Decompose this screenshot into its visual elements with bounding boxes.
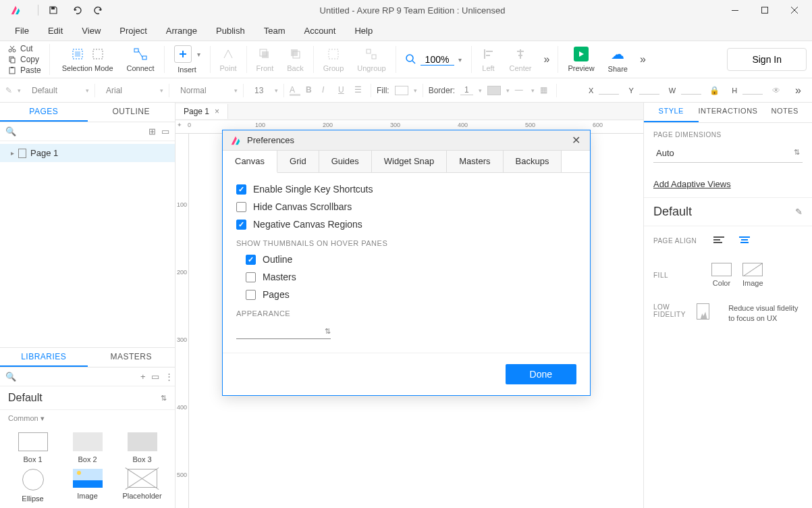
pref-tab-widget-snap[interactable]: Widget Snap xyxy=(372,151,447,172)
weight-select[interactable]: Normal xyxy=(175,83,229,98)
fill-color[interactable] xyxy=(395,86,408,95)
redo-icon[interactable] xyxy=(94,5,105,16)
widget-box1[interactable]: Box 1 xyxy=(8,432,57,463)
add-folder-icon[interactable]: ▭ xyxy=(161,126,169,136)
menu-view[interactable]: View xyxy=(72,23,110,39)
x-input[interactable] xyxy=(599,86,619,95)
border-color[interactable] xyxy=(487,86,501,95)
share-group[interactable]: ☁Share xyxy=(601,46,634,73)
library-select[interactable]: Default⇅ xyxy=(0,386,175,410)
style-select[interactable]: Default xyxy=(26,83,80,98)
pages-search-input[interactable] xyxy=(22,126,143,136)
text-color-icon[interactable]: A xyxy=(290,85,300,96)
lib-search-input[interactable] xyxy=(22,372,135,382)
align-left-btn[interactable] xyxy=(711,234,726,247)
paste-button[interactable]: Paste xyxy=(5,66,44,75)
tab-notes[interactable]: NOTES xyxy=(757,103,812,122)
select-intersect-icon[interactable] xyxy=(90,47,105,61)
font-select[interactable]: Arial xyxy=(101,83,155,98)
insert-group[interactable]: ▾ Insert xyxy=(167,45,207,74)
signin-button[interactable]: Sign In xyxy=(727,48,807,71)
menu-project[interactable]: Project xyxy=(110,23,156,39)
tab-style[interactable]: STYLE xyxy=(644,103,699,122)
lofi-icon[interactable] xyxy=(697,303,709,320)
menu-help[interactable]: Help xyxy=(345,23,382,39)
chk-negative-canvas[interactable] xyxy=(236,220,246,230)
lib-category[interactable]: Common ▾ xyxy=(0,410,175,427)
canvas-tab-page1[interactable]: Page 1× xyxy=(175,104,228,119)
pref-tab-guides[interactable]: Guides xyxy=(319,151,372,172)
menu-file[interactable]: File xyxy=(5,23,38,39)
pref-tab-canvas[interactable]: Canvas xyxy=(223,151,277,173)
tab-libraries[interactable]: LIBRARIES xyxy=(0,348,88,367)
zoom-input[interactable] xyxy=(421,54,454,66)
cut-button[interactable]: Cut xyxy=(5,44,44,53)
maximize-button[interactable] xyxy=(750,0,780,20)
align-center-btn[interactable] xyxy=(737,234,752,247)
lib-menu-icon[interactable]: ▭ xyxy=(151,372,159,382)
border-width[interactable]: 1 xyxy=(460,85,473,95)
w-input[interactable] xyxy=(681,86,701,95)
close-tab-icon[interactable]: × xyxy=(215,107,219,116)
tab-masters[interactable]: MASTERS xyxy=(88,348,175,367)
adaptive-views-link[interactable]: Add Adaptive Views xyxy=(653,179,731,189)
edit-style-icon[interactable]: ✎ xyxy=(795,207,803,217)
done-button[interactable]: Done xyxy=(506,364,576,384)
close-button[interactable] xyxy=(780,0,809,20)
chk-hide-scrollbars[interactable] xyxy=(236,202,246,212)
more-align-icon[interactable]: » xyxy=(539,53,556,66)
selection-mode-group[interactable]: Selection Mode xyxy=(55,47,120,72)
widget-ellipse[interactable]: Ellipse xyxy=(8,469,57,503)
underline-icon[interactable]: U xyxy=(338,85,349,96)
add-page-icon[interactable]: ⊞ xyxy=(148,126,156,136)
y-input[interactable] xyxy=(639,86,659,95)
menu-arrange[interactable]: Arrange xyxy=(157,23,207,39)
menu-edit[interactable]: Edit xyxy=(38,23,72,39)
appearance-select[interactable]: ⇅ xyxy=(236,324,331,339)
tab-interactions[interactable]: INTERACTIONS xyxy=(699,103,758,122)
lock-icon[interactable]: 🔒 xyxy=(709,86,720,95)
menu-team[interactable]: Team xyxy=(254,23,295,39)
pref-tab-backups[interactable]: Backups xyxy=(504,151,562,172)
widget-placeholder[interactable]: Placeholder xyxy=(117,469,167,503)
more-toolbar-icon[interactable]: » xyxy=(634,53,651,66)
widget-image[interactable]: Image xyxy=(63,469,112,503)
lib-more-icon[interactable]: ⋮ xyxy=(165,372,173,382)
undo-icon[interactable] xyxy=(71,5,82,16)
size-select[interactable]: 13 xyxy=(249,83,269,98)
border-sides-icon[interactable]: ▦ xyxy=(540,85,551,96)
connect-group[interactable]: Connect xyxy=(120,47,161,72)
tab-outline[interactable]: OUTLINE xyxy=(88,103,175,122)
more-format-icon[interactable]: » xyxy=(790,84,807,97)
chk-single-key[interactable] xyxy=(236,184,246,195)
pref-tab-grid[interactable]: Grid xyxy=(277,151,319,172)
chk-masters[interactable] xyxy=(246,272,256,282)
chk-pages[interactable] xyxy=(246,290,256,300)
fill-image-box[interactable] xyxy=(742,263,763,276)
zoom-group[interactable]: ▾ xyxy=(399,54,468,66)
paint-icon[interactable]: ✎ xyxy=(5,86,12,95)
tab-pages[interactable]: PAGES xyxy=(0,103,88,122)
save-icon[interactable] xyxy=(48,5,59,16)
dialog-header[interactable]: Preferences ✕ xyxy=(223,130,590,151)
border-style-icon[interactable]: — xyxy=(515,85,526,96)
minimize-button[interactable] xyxy=(720,0,750,20)
widget-box2[interactable]: Box 2 xyxy=(63,432,112,463)
copy-button[interactable]: Copy xyxy=(5,55,44,64)
add-lib-icon[interactable]: + xyxy=(140,372,146,382)
select-contained-icon[interactable] xyxy=(70,47,85,61)
widget-box3[interactable]: Box 3 xyxy=(117,432,167,463)
fill-color-box[interactable] xyxy=(711,263,732,276)
bullets-icon[interactable]: ☰ xyxy=(354,85,365,96)
bold-icon[interactable]: B xyxy=(306,85,317,96)
menu-publish[interactable]: Publish xyxy=(207,23,254,39)
chk-outline[interactable] xyxy=(246,255,256,265)
menu-account[interactable]: Account xyxy=(294,23,345,39)
dialog-close-icon[interactable]: ✕ xyxy=(569,134,583,147)
italic-icon[interactable]: I xyxy=(322,85,333,96)
h-input[interactable] xyxy=(742,86,763,95)
visibility-icon[interactable]: 👁 xyxy=(772,86,780,95)
preview-group[interactable]: Preview xyxy=(561,47,601,72)
pref-tab-masters[interactable]: Masters xyxy=(447,151,503,172)
tree-item-page1[interactable]: ▸ Page 1 xyxy=(0,144,175,162)
